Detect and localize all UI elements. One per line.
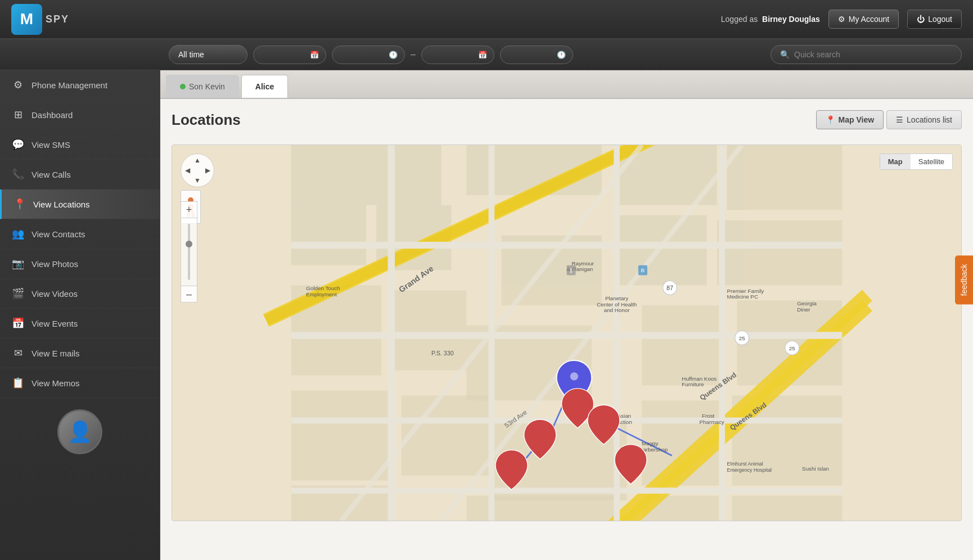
svg-rect-18	[732, 495, 842, 521]
logo-text: SPY	[46, 13, 69, 25]
list-icon: ☰	[896, 115, 903, 124]
title-row: Locations 📍 Map View ☰ Locations list	[172, 110, 962, 138]
svg-text:Golden Touch: Golden Touch	[306, 285, 340, 291]
time-to-input[interactable]: 🕐	[500, 46, 573, 64]
sidebar-item-view-emails[interactable]: ✉ View E mails	[0, 338, 160, 368]
tabs-bar: Son Kevin Alice	[160, 70, 973, 99]
logo-icon: M	[11, 4, 42, 35]
avatar: 👤	[57, 409, 102, 454]
svg-text:Maggy: Maggy	[642, 440, 658, 446]
sidebar-item-view-events[interactable]: 📅 View Events	[0, 309, 160, 338]
email-icon: ✉	[11, 346, 25, 360]
date-to-input[interactable]: 📅	[421, 46, 494, 64]
svg-text:and Honor: and Honor	[604, 307, 630, 313]
sidebar-item-view-calls[interactable]: 📞 View Calls	[0, 160, 160, 189]
header-right: Logged as Birney Douglas ⚙ My Account ⏻ …	[721, 10, 962, 29]
locations-list-button[interactable]: ☰ Locations list	[886, 110, 962, 129]
sidebar-item-view-locations[interactable]: 📍 View Locations	[0, 189, 160, 219]
search-icon: 🔍	[780, 50, 790, 59]
calendar-icon-2: 📅	[478, 51, 487, 59]
svg-text:Emergency Hospital: Emergency Hospital	[727, 467, 772, 473]
sidebar: ⚙ Phone Management ⊞ Dashboard 💬 View SM…	[0, 70, 160, 560]
contacts-icon: 👥	[11, 227, 25, 241]
svg-text:Premier Family: Premier Family	[727, 288, 764, 294]
calendar-icon: 📅	[11, 317, 25, 330]
date-separator: –	[411, 49, 416, 60]
power-icon: ⏻	[917, 15, 925, 24]
camera-icon: 📷	[11, 257, 25, 270]
svg-rect-11	[617, 215, 707, 286]
video-icon: 🎬	[11, 287, 25, 300]
zoom-handle	[186, 241, 192, 247]
svg-text:25: 25	[739, 335, 745, 341]
svg-text:Pharmacy: Pharmacy	[700, 419, 724, 425]
logout-button[interactable]: ⏻ Logout	[907, 10, 962, 29]
svg-rect-1	[291, 145, 442, 205]
memo-icon: 📋	[11, 376, 25, 390]
sidebar-item-view-contacts[interactable]: 👥 View Contacts	[0, 219, 160, 249]
nav-up-button[interactable]: ▲	[192, 155, 202, 165]
nav-left-button[interactable]: ◀	[182, 165, 192, 175]
sidebar-item-view-photos[interactable]: 📷 View Photos	[0, 249, 160, 279]
zoom-track	[188, 224, 190, 280]
layout: ⚙ Phone Management ⊞ Dashboard 💬 View SM…	[0, 70, 973, 560]
map-pin-icon: 📍	[826, 115, 835, 124]
toolbar: All time Today Last 7 days Last 30 days …	[0, 39, 973, 70]
sidebar-item-view-memos[interactable]: 📋 View Memos	[0, 368, 160, 398]
sidebar-item-dashboard[interactable]: ⊞ Dashboard	[0, 100, 160, 130]
clock-icon-2: 🕐	[557, 51, 566, 59]
svg-text:Center of Health: Center of Health	[597, 301, 637, 308]
map-type-satellite-button[interactable]: Satellite	[911, 154, 952, 169]
zoom-out-button[interactable]: –	[181, 286, 197, 302]
sidebar-item-view-videos[interactable]: 🎬 View Videos	[0, 279, 160, 309]
svg-text:Employment: Employment	[306, 291, 337, 297]
phone-icon: 📞	[11, 168, 25, 181]
zoom-in-button[interactable]: +	[181, 201, 197, 218]
svg-text:87: 87	[666, 284, 673, 291]
sidebar-item-phone-management[interactable]: ⚙ Phone Management	[0, 70, 160, 100]
sms-icon: 💬	[11, 138, 25, 151]
svg-text:P.S. 330: P.S. 330	[431, 350, 454, 356]
svg-point-76	[570, 372, 578, 380]
online-dot	[180, 84, 186, 89]
svg-text:25: 25	[789, 345, 795, 351]
time-range-select[interactable]: All time Today Last 7 days Last 30 days	[169, 45, 247, 64]
svg-text:B: B	[641, 267, 645, 273]
time-from-input[interactable]: 🕐	[332, 46, 405, 64]
header: M SPY Logged as Birney Douglas ⚙ My Acco…	[0, 0, 973, 39]
nav-down-button[interactable]: ▼	[192, 175, 202, 186]
grid-icon: ⊞	[11, 108, 25, 121]
svg-rect-2	[291, 205, 367, 265]
svg-text:Planetary: Planetary	[605, 295, 628, 301]
nav-arrows: ▲ ◀ ▶ ▼	[182, 155, 213, 186]
tab-alice[interactable]: Alice	[241, 75, 288, 98]
date-from-input[interactable]: 📅	[253, 46, 326, 64]
user-avatar-area: 👤	[0, 398, 160, 466]
sidebar-item-view-sms[interactable]: 💬 View SMS	[0, 130, 160, 160]
main-content: Son Kevin Alice Locations 📍 Map View ☰ L…	[160, 70, 973, 560]
svg-rect-12	[717, 220, 843, 286]
map-background: Grand Ave Queens Blvd Queens Blvd 53rd A…	[172, 145, 961, 521]
logged-as-text: Logged as Birney Douglas	[721, 15, 820, 24]
feedback-tab[interactable]: feedback	[955, 256, 973, 305]
tab-son-kevin[interactable]: Son Kevin	[166, 75, 239, 98]
logo: M SPY	[11, 4, 69, 35]
map-type-controls: Map Satellite	[880, 153, 953, 170]
map-container: Grand Ave Queens Blvd Queens Blvd 53rd A…	[172, 144, 962, 521]
svg-rect-7	[402, 395, 492, 476]
map-view-button[interactable]: 📍 Map View	[816, 110, 884, 129]
page-title: Locations	[172, 111, 241, 129]
svg-text:Medicine PC: Medicine PC	[727, 293, 758, 300]
content-area: Locations 📍 Map View ☰ Locations list	[160, 99, 973, 560]
nav-circle: ▲ ◀ ▶ ▼	[181, 153, 214, 187]
svg-text:Furniture: Furniture	[682, 381, 704, 387]
map-type-map-button[interactable]: Map	[880, 154, 911, 169]
zoom-controls: + –	[181, 201, 197, 302]
nav-right-button[interactable]: ▶	[202, 165, 213, 175]
svg-rect-13	[642, 305, 722, 386]
clock-icon: 🕐	[389, 51, 398, 59]
zoom-slider[interactable]	[181, 218, 197, 286]
quick-search-box[interactable]: 🔍 Quick search	[771, 45, 962, 64]
my-account-button[interactable]: ⚙ My Account	[828, 10, 899, 29]
svg-text:Elmhurst Animal: Elmhurst Animal	[727, 461, 763, 467]
